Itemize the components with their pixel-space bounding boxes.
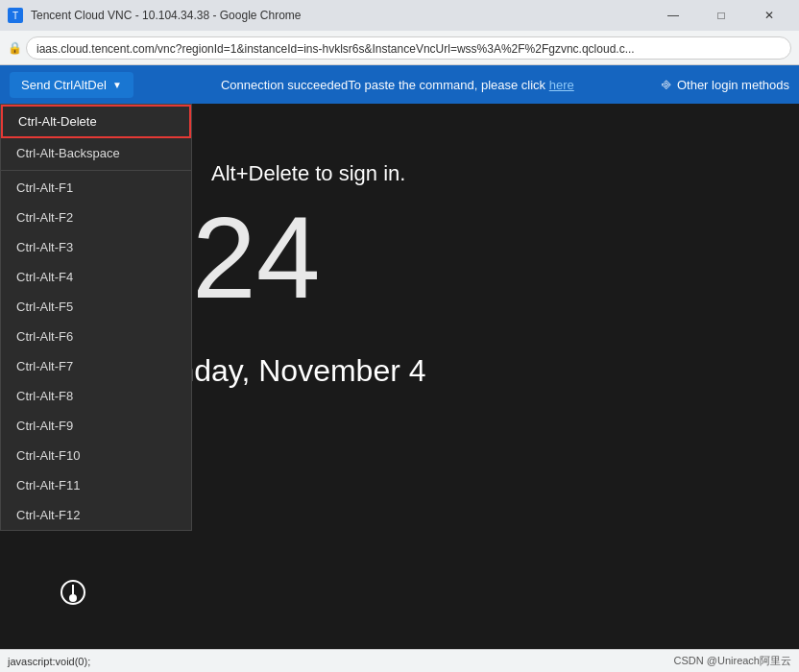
other-login-label: Other login methods xyxy=(677,78,789,92)
send-ctrl-label: Send CtrlAltDel xyxy=(21,78,107,92)
minimize-button[interactable]: — xyxy=(651,0,695,31)
status-bar: javascript:void(0); CSDN @Unireach阿里云 xyxy=(0,649,799,672)
power-icon[interactable] xyxy=(58,577,88,614)
browser-titlebar: T Tencent Cloud VNC - 10.104.34.38 - Goo… xyxy=(0,0,799,31)
send-ctrl-button[interactable]: Send CtrlAltDel ▼ xyxy=(10,72,133,98)
dropdown-item-ctrl-alt-f7[interactable]: Ctrl-Alt-F7 xyxy=(1,351,191,381)
dropdown-separator xyxy=(1,170,191,171)
favicon-letter: T xyxy=(12,11,18,21)
dropdown-item-ctrl-alt-f9[interactable]: Ctrl-Alt-F9 xyxy=(1,411,191,441)
dropdown-item-ctrl-alt-f4[interactable]: Ctrl-Alt-F4 xyxy=(1,262,191,292)
dropdown-arrow-icon: ▼ xyxy=(112,80,122,90)
browser-addressbar: 🔒 iaas.cloud.tencent.com/vnc?regionId=1&… xyxy=(0,31,799,65)
signin-instruction: Alt+Delete to sign in. xyxy=(211,161,405,186)
browser-controls: — □ ✕ xyxy=(651,0,791,31)
status-left: javascript:void(0); xyxy=(8,656,90,667)
vnc-toolbar: Send CtrlAltDel ▼ Connection succeededTo… xyxy=(0,65,799,104)
here-link[interactable]: here xyxy=(549,78,574,92)
other-login-button[interactable]: ⎆ Other login methods xyxy=(662,76,789,93)
dropdown-item-ctrl-alt-f8[interactable]: Ctrl-Alt-F8 xyxy=(1,381,191,411)
address-url[interactable]: iaas.cloud.tencent.com/vnc?regionId=1&in… xyxy=(26,36,791,60)
svg-point-1 xyxy=(69,594,77,602)
dropdown-item-ctrl-alt-f2[interactable]: Ctrl-Alt-F2 xyxy=(1,203,191,232)
browser-favicon: T xyxy=(8,8,23,23)
dropdown-item-ctrl-alt-backspace[interactable]: Ctrl-Alt-Backspace xyxy=(1,138,191,168)
connection-message: Connection succeededTo paste the command… xyxy=(221,78,549,92)
dropdown-item-ctrl-alt-delete[interactable]: Ctrl-Alt-Delete xyxy=(1,105,191,138)
dropdown-menu: Ctrl-Alt-Delete Ctrl-Alt-Backspace Ctrl-… xyxy=(0,104,192,531)
dropdown-item-ctrl-alt-f1[interactable]: Ctrl-Alt-F1 xyxy=(1,173,191,203)
dropdown-item-ctrl-alt-f3[interactable]: Ctrl-Alt-F3 xyxy=(1,232,191,262)
dropdown-item-ctrl-alt-f5[interactable]: Ctrl-Alt-F5 xyxy=(1,292,191,322)
toolbar-center: Connection succeededTo paste the command… xyxy=(133,78,662,92)
dropdown-item-ctrl-alt-f12[interactable]: Ctrl-Alt-F12 xyxy=(1,500,191,530)
dropdown-item-ctrl-alt-f11[interactable]: Ctrl-Alt-F11 xyxy=(1,470,191,500)
time-display: 24 xyxy=(192,200,320,315)
dropdown-item-ctrl-alt-f6[interactable]: Ctrl-Alt-F6 xyxy=(1,322,191,351)
vnc-app: Send CtrlAltDel ▼ Connection succeededTo… xyxy=(0,65,799,672)
status-right: CSDN @Unireach阿里云 xyxy=(674,654,791,668)
browser-title: Tencent Cloud VNC - 10.104.34.38 - Googl… xyxy=(31,9,643,22)
close-button[interactable]: ✕ xyxy=(747,0,791,31)
login-icon: ⎆ xyxy=(662,76,671,93)
dropdown-item-ctrl-alt-f10[interactable]: Ctrl-Alt-F10 xyxy=(1,441,191,470)
maximize-button[interactable]: □ xyxy=(699,0,743,31)
lock-icon: 🔒 xyxy=(8,41,22,55)
